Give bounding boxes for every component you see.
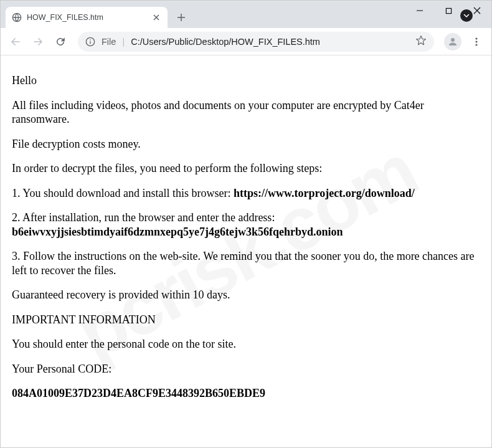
svg-point-6 — [475, 41, 477, 42]
step-2: 2. After installation, run the browser a… — [12, 211, 480, 239]
tab-title: HOW_FIX_FILES.htm — [27, 13, 146, 22]
url-text: C:/Users/Public/Desktop/HOW_FIX_FILES.ht… — [131, 37, 409, 47]
maximize-button[interactable] — [434, 1, 463, 21]
url-separator: | — [122, 37, 125, 47]
url-scheme-label: File — [102, 37, 116, 47]
svg-rect-1 — [446, 8, 451, 13]
new-tab-button[interactable] — [173, 9, 190, 26]
reload-button[interactable] — [50, 32, 70, 52]
back-button[interactable] — [6, 32, 26, 52]
important-header: IMPORTANT INFORMATION — [12, 313, 480, 327]
personal-code-value: 084A01009E37D23D4EA8CF9E3448392B650EBDE9 — [12, 386, 480, 401]
viewport: pcrisk.com Hello All files including vid… — [1, 55, 491, 447]
page-favicon — [12, 12, 22, 22]
onion-address: b6eiwvxyjjsiesbtimdyaif6dzmnxepq5ye7j4g6… — [12, 226, 343, 238]
forward-button[interactable] — [28, 32, 48, 52]
personal-code-label: Your Personal CODE: — [12, 362, 480, 376]
profile-avatar[interactable] — [444, 33, 461, 50]
toolbar: File | C:/Users/Public/Desktop/HOW_FIX_F… — [1, 28, 491, 55]
steps-intro: In order to decrypt the files, you need … — [12, 161, 480, 176]
greeting-text: Hello — [12, 74, 480, 88]
minimize-button[interactable] — [405, 1, 434, 21]
close-tab-icon[interactable] — [151, 12, 161, 22]
svg-point-3 — [90, 39, 91, 41]
close-window-button[interactable] — [463, 1, 491, 21]
svg-point-7 — [475, 44, 477, 45]
step-2-text: 2. After installation, run the browser a… — [12, 211, 275, 224]
step-1: 1. You should download and install this … — [12, 186, 480, 201]
page-content: Hello All files including videos, photos… — [1, 55, 491, 447]
cost-text: File decryption costs money. — [12, 137, 480, 151]
site-info-icon[interactable] — [85, 37, 95, 47]
svg-point-4 — [451, 38, 455, 42]
step-3: 3. Follow the instructions on the web-si… — [12, 249, 480, 277]
browser-window: HOW_FIX_FILES.htm — [0, 0, 492, 448]
svg-point-5 — [475, 37, 477, 39]
menu-button[interactable] — [466, 32, 486, 52]
guarantee-text: Guaranteed recovery is provided within 1… — [12, 288, 480, 302]
browser-tab[interactable]: HOW_FIX_FILES.htm — [6, 7, 168, 28]
enter-code-text: You should enter the personal code on th… — [12, 337, 480, 351]
bookmark-star-icon[interactable] — [415, 35, 427, 48]
intro-text: All files including videos, photos and d… — [12, 98, 480, 126]
tor-download-link: https://www.torproject.org/download/ — [234, 187, 415, 199]
tab-strip: HOW_FIX_FILES.htm — [1, 1, 460, 28]
window-controls — [405, 1, 491, 21]
titlebar: HOW_FIX_FILES.htm — [1, 1, 491, 28]
step-1-text: 1. You should download and install this … — [12, 187, 234, 199]
address-bar[interactable]: File | C:/Users/Public/Desktop/HOW_FIX_F… — [78, 32, 434, 52]
